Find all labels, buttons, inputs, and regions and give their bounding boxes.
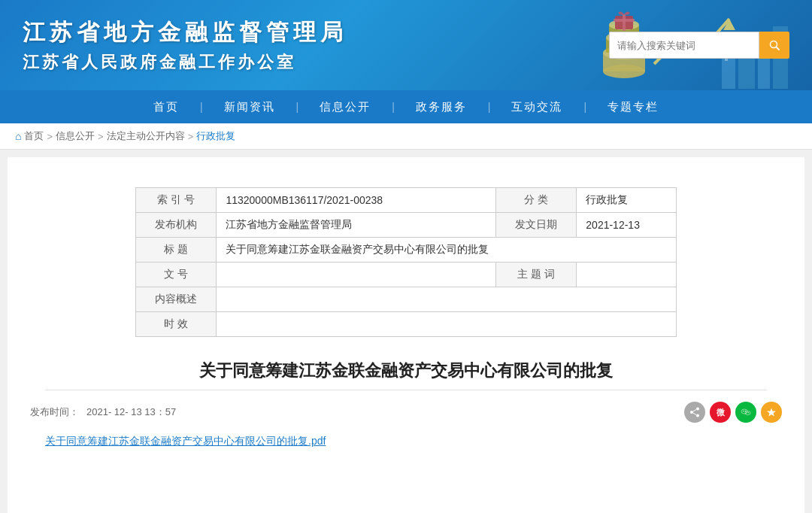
table-label-docnum: 文 号 (136, 263, 217, 287)
social-icons: 微 (684, 402, 782, 423)
breadcrumb: ⌂ 首页 > 信息公开 > 法定主动公开内容 > 行政批复 (0, 123, 812, 150)
table-row: 发布机构 江苏省地方金融监督管理局 发文日期 2021-12-13 (136, 213, 677, 238)
table-label-publisher: 发布机构 (136, 213, 217, 238)
svg-line-28 (693, 409, 697, 411)
main-navbar: 首页 | 新闻资讯 | 信息公开 | 政务服务 | 互动交流 | 专题专栏 (0, 90, 812, 123)
svg-marker-7 (723, 19, 735, 30)
table-value-docnum (217, 263, 495, 287)
table-value-keyword (577, 263, 677, 287)
svg-line-29 (693, 413, 697, 415)
svg-rect-21 (623, 14, 626, 31)
breadcrumb-sep-3: > (188, 131, 194, 142)
share-icon[interactable] (684, 402, 705, 423)
breadcrumb-legal[interactable]: 法定主动公开内容 (107, 129, 185, 143)
share-svg (689, 407, 700, 417)
svg-point-34 (747, 412, 747, 413)
svg-point-27 (690, 411, 693, 414)
table-label-index: 索 引 号 (136, 188, 217, 213)
table-value-title: 关于同意筹建江苏金联金融资产交易中心有限公司的批复 (217, 238, 677, 263)
table-label-category: 分 类 (495, 188, 576, 213)
svg-line-24 (777, 47, 780, 50)
table-row: 时 效 (136, 312, 677, 337)
table-value-publisher: 江苏省地方金融监督管理局 (217, 213, 495, 238)
table-value-index: 11320000MB136117/2021-00238 (217, 188, 495, 213)
weibo-icon[interactable]: 微 (710, 402, 731, 423)
publish-prefix: 发布时间： (30, 405, 79, 419)
nav-item-info[interactable]: 信息公开 (298, 90, 392, 123)
breadcrumb-info[interactable]: 信息公开 (56, 129, 95, 143)
breadcrumb-sep-2: > (98, 131, 104, 142)
svg-point-25 (696, 408, 699, 411)
search-icon (768, 39, 780, 51)
search-box (609, 32, 789, 59)
svg-point-32 (743, 411, 744, 411)
info-table: 索 引 号 11320000MB136117/2021-00238 分 类 行政… (135, 187, 677, 337)
wechat-icon[interactable] (735, 402, 756, 423)
table-value-summary (217, 287, 677, 312)
breadcrumb-current: 行政批复 (196, 129, 235, 143)
svg-point-30 (741, 409, 747, 414)
table-row: 文 号 主 题 词 (136, 263, 677, 287)
page-header: 江苏省地方金融监督管理局 江苏省人民政府金融工作办公室 (0, 0, 812, 90)
svg-rect-22 (614, 19, 635, 22)
table-label-keyword: 主 题 词 (495, 263, 576, 287)
table-label-validity: 时 效 (136, 312, 217, 337)
table-label-title: 标 题 (136, 238, 217, 263)
breadcrumb-home[interactable]: 首页 (24, 129, 44, 143)
svg-rect-20 (615, 16, 633, 29)
svg-point-35 (748, 412, 749, 413)
table-row: 索 引 号 11320000MB136117/2021-00238 分 类 行政… (136, 188, 677, 213)
article-title: 关于同意筹建江苏金联金融资产交易中心有限公司的批复 (45, 360, 767, 382)
nav-item-service[interactable]: 政务服务 (395, 90, 488, 123)
table-value-validity (217, 312, 677, 337)
header-title-1: 江苏省地方金融监督管理局 (23, 17, 347, 48)
svg-point-33 (745, 411, 746, 411)
table-label-summary: 内容概述 (136, 287, 217, 312)
publish-date: 2021- 12- 13 13：57 (86, 405, 176, 419)
svg-point-31 (745, 411, 750, 415)
table-value-category: 行政批复 (577, 188, 677, 213)
nav-item-interact[interactable]: 互动交流 (490, 90, 583, 123)
header-titles: 江苏省地方金融监督管理局 江苏省人民政府金融工作办公室 (23, 17, 347, 74)
nav-item-special[interactable]: 专题专栏 (586, 90, 680, 123)
home-icon: ⌂ (15, 130, 21, 142)
header-title-2: 江苏省人民政府金融工作办公室 (23, 51, 347, 74)
breadcrumb-sep-1: > (47, 131, 53, 142)
nav-item-news[interactable]: 新闻资讯 (203, 90, 296, 123)
attachment-link[interactable]: 关于同意筹建江苏金联金融资产交易中心有限公司的批复.pdf (45, 435, 767, 448)
table-value-date: 2021-12-13 (577, 213, 677, 238)
main-content: 索 引 号 11320000MB136117/2021-00238 分 类 行政… (8, 157, 804, 513)
svg-point-26 (696, 414, 699, 417)
star-svg (766, 407, 777, 417)
nav-item-home[interactable]: 首页 (132, 90, 200, 123)
search-button[interactable] (759, 32, 789, 59)
svg-point-6 (609, 20, 639, 30)
svg-marker-36 (767, 408, 776, 417)
table-label-date: 发文日期 (495, 213, 576, 238)
svg-point-0 (603, 65, 645, 78)
search-input[interactable] (609, 32, 759, 59)
article-meta: 发布时间： 2021- 12- 13 13：57 微 (30, 402, 782, 423)
wechat-svg (741, 407, 751, 417)
table-row: 内容概述 (136, 287, 677, 312)
article-divider (45, 390, 767, 390)
table-row: 标 题 关于同意筹建江苏金联金融资产交易中心有限公司的批复 (136, 238, 677, 263)
star-icon[interactable] (761, 402, 782, 423)
